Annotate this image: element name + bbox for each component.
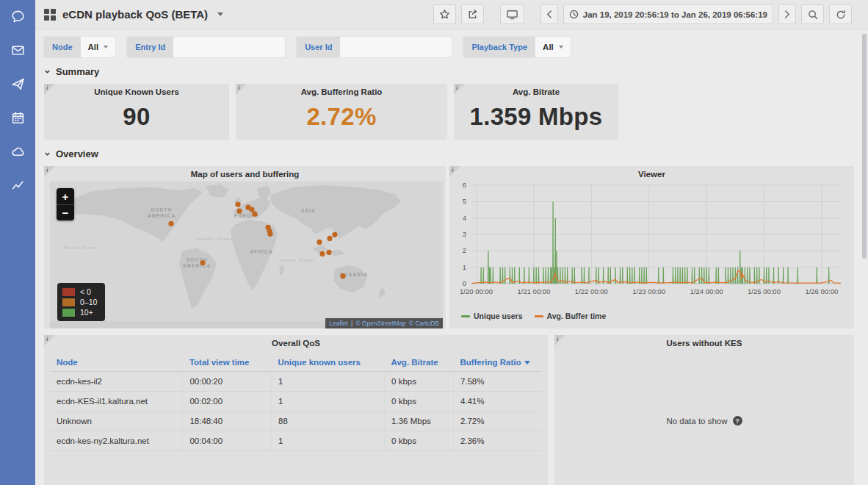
node-filter-select[interactable]: All: [81, 37, 116, 57]
mail-icon[interactable]: [9, 41, 26, 59]
table-cell: 88: [271, 412, 384, 431]
panel-info-icon[interactable]: i: [44, 84, 55, 95]
svg-text:1/22 00:00: 1/22 00:00: [575, 287, 608, 295]
time-range-back-button[interactable]: [540, 4, 558, 24]
playback-type-select[interactable]: All: [535, 37, 571, 57]
map-zoom-in-button[interactable]: +: [57, 188, 74, 204]
table-cell: 0 kbps: [385, 372, 454, 392]
chat-icon[interactable]: [9, 7, 26, 25]
entry-id-input[interactable]: [173, 37, 285, 57]
refresh-button[interactable]: [829, 4, 852, 24]
page-scrollbar: [861, 0, 868, 485]
scrollbar-thumb[interactable]: [862, 34, 867, 259]
playback-type-filter: Playback Type All: [463, 37, 570, 57]
section-collapse-icon: [44, 151, 51, 157]
ocean-label: Pacific Ocean: [63, 245, 98, 250]
panel-info-icon[interactable]: i: [554, 335, 565, 346]
table-column-header[interactable]: Unique known users: [271, 353, 384, 372]
user-location-dot[interactable]: [332, 232, 337, 237]
map-zoom-out-button[interactable]: −: [57, 204, 74, 220]
help-question-icon[interactable]: ?: [733, 416, 742, 425]
user-id-input[interactable]: [340, 37, 452, 57]
table-cell: 1: [271, 372, 384, 392]
filter-row: Node All Entry Id User Id Playback Type …: [44, 37, 854, 57]
user-location-dot[interactable]: [249, 207, 254, 212]
map-attribution: Leaflet | © OpenStreetMap © CartoDB: [325, 318, 443, 328]
time-range-forward-button[interactable]: [778, 4, 796, 24]
user-location-dot[interactable]: [319, 251, 325, 256]
qos-table-title[interactable]: Overall QoS: [44, 335, 548, 350]
time-range-text: Jan 19, 2019 20:56:19 to Jan 26, 2019 06…: [583, 10, 767, 19]
table-column-header[interactable]: Total view time: [183, 353, 272, 372]
dashboard-title[interactable]: eCDN playback QoS (BETA): [62, 8, 208, 21]
legend-label: < 0: [80, 287, 91, 296]
zoom-out-time-button[interactable]: [801, 4, 824, 24]
stat-title: Avg. Bitrate: [454, 84, 618, 98]
cloud-icon[interactable]: [9, 143, 26, 160]
table-cell: ecdn-KES-il1.kaltura.net: [50, 392, 183, 412]
table-column-header[interactable]: Node: [50, 353, 183, 372]
dashboard-title-caret-icon[interactable]: [217, 12, 223, 16]
user-location-dot[interactable]: [252, 212, 257, 217]
users-without-kes-title[interactable]: Users without KES: [554, 335, 854, 350]
trend-chart-icon[interactable]: [9, 176, 26, 194]
ocean-label: Atlantic Ocean: [195, 237, 233, 241]
time-range-picker[interactable]: Jan 19, 2019 20:56:19 to Jan 26, 2019 06…: [563, 4, 773, 24]
continent-label: AFRICA: [250, 249, 273, 254]
clock-icon: [569, 10, 579, 19]
stat-value: 1.359 Mbps: [454, 103, 618, 131]
map-legend: < 00–1010+: [57, 283, 105, 321]
viewer-panel-title[interactable]: Viewer: [449, 166, 854, 181]
user-location-dot[interactable]: [326, 250, 331, 255]
table-column-header[interactable]: Buffering Ratio: [453, 353, 542, 372]
map-legend-item: 0–10: [62, 298, 97, 306]
user-id-filter: User Id: [297, 37, 452, 57]
send-icon[interactable]: [9, 75, 26, 93]
table-row[interactable]: ecdn-kes-ny2.kaltura.net00:04:0010 kbps2…: [50, 431, 542, 451]
entry-id-filter-label: Entry Id: [127, 37, 173, 57]
svg-text:2: 2: [463, 246, 466, 254]
legend-label: Avg. Buffer time: [547, 312, 607, 320]
cartodb-link[interactable]: © CartoDB: [409, 320, 439, 327]
viewer-chart[interactable]: 01234561/20 00:001/21 00:001/22 00:001/2…: [452, 181, 851, 307]
map-panel-title[interactable]: Map of users and buffering: [44, 166, 446, 181]
leaflet-link[interactable]: Leaflet: [329, 320, 348, 327]
panel-info-icon[interactable]: i: [449, 166, 460, 177]
user-location-dot[interactable]: [317, 240, 322, 245]
main-area: eCDN playback QoS (BETA) Jan 19, 2019 20…: [35, 0, 868, 485]
chart-legend-item[interactable]: Avg. Buffer time: [535, 312, 607, 320]
stats-row: i Unique Known Users 90 i Avg. Buffering…: [44, 84, 854, 140]
openstreetmap-link[interactable]: © OpenStreetMap: [355, 320, 406, 327]
user-location-dot[interactable]: [236, 209, 242, 214]
table-column-header[interactable]: Avg. Bitrate: [385, 353, 454, 372]
dashboard-grid-icon[interactable]: [44, 9, 56, 21]
summary-section-header[interactable]: Summary: [44, 66, 854, 77]
share-button[interactable]: [461, 4, 484, 24]
table-row[interactable]: ecdn-KES-il1.kaltura.net00:02:0010 kbps4…: [50, 392, 542, 412]
user-location-dot[interactable]: [327, 236, 332, 241]
chart-legend-item[interactable]: Unique users: [461, 312, 523, 320]
user-location-dot[interactable]: [235, 202, 240, 207]
panel-info-icon[interactable]: i: [236, 84, 247, 95]
continent-label: NORTH: [151, 207, 172, 212]
table-row[interactable]: ecdn-kes-il200:00:2010 kbps7.58%: [50, 372, 542, 392]
user-location-dot[interactable]: [168, 221, 173, 226]
legend-label: 0–10: [80, 298, 97, 306]
calendar-icon[interactable]: [9, 109, 26, 126]
user-location-dot[interactable]: [340, 273, 345, 279]
map-legend-item: 10+: [62, 308, 97, 317]
user-location-dot[interactable]: [200, 260, 205, 265]
table-cell: 00:02:00: [183, 392, 272, 412]
tv-kiosk-button[interactable]: [500, 4, 524, 24]
panel-info-icon[interactable]: i: [454, 84, 465, 95]
table-row[interactable]: Unknown18:48:40881.36 Mbps2.72%: [50, 412, 542, 431]
overview-section-header[interactable]: Overview: [44, 148, 854, 159]
world-map[interactable]: NORTHAMERICASOUTHAMERICAEUROPEAFRICAASIA…: [50, 182, 443, 328]
star-button[interactable]: [433, 4, 456, 24]
panel-info-icon[interactable]: i: [44, 335, 55, 346]
dashboard-header: eCDN playback QoS (BETA) Jan 19, 2019 20…: [35, 0, 868, 29]
stat-panel-buffering-ratio: i Avg. Buffering Ratio 2.72%: [236, 84, 447, 140]
panel-info-icon[interactable]: i: [44, 166, 55, 177]
table-cell: 1: [271, 431, 384, 451]
user-location-dot[interactable]: [267, 231, 272, 237]
